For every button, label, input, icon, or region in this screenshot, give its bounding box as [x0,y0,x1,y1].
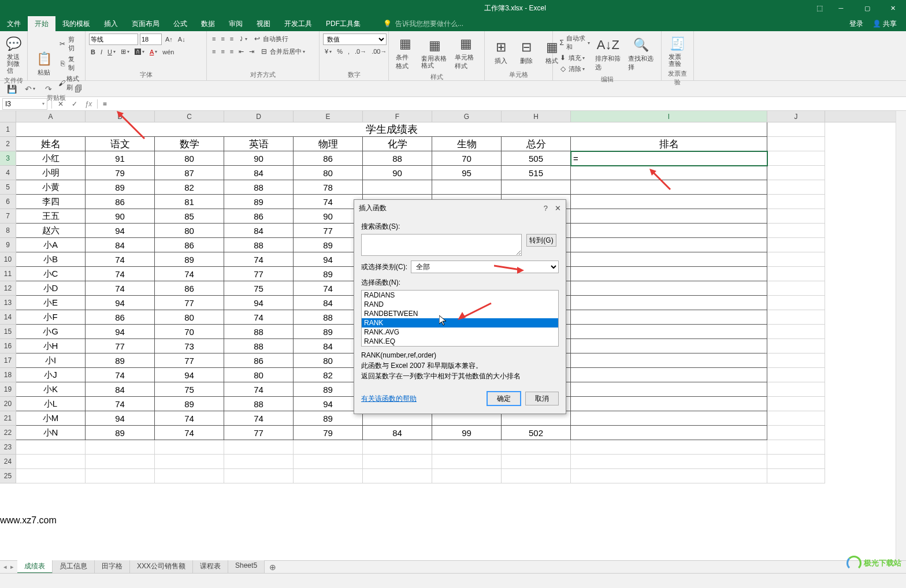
align-bottom-button[interactable]: ≡ [228,35,235,43]
cell[interactable]: 小G [16,325,86,339]
cell[interactable] [767,310,825,325]
font-color-button[interactable]: A▾ [148,48,159,56]
row-header[interactable]: 19 [0,382,16,397]
cell[interactable] [86,469,155,483]
align-right-button[interactable]: ≡ [228,47,235,55]
table-format-button[interactable]: ▦套用表格格式 [418,34,451,72]
sheet-nav-first[interactable]: ◂ [3,563,7,571]
row-header[interactable]: 16 [0,339,16,353]
cell[interactable]: 515 [502,166,571,180]
cell[interactable]: 86 [294,151,363,166]
cell[interactable] [224,469,294,483]
tab-review[interactable]: 审阅 [222,16,250,31]
undo-button[interactable]: ↶▾ [24,83,36,95]
cell[interactable]: 77 [155,296,224,310]
cell[interactable] [571,353,767,368]
row-header[interactable]: 17 [0,353,16,368]
category-select[interactable]: 全部 [411,260,559,273]
cell[interactable] [502,440,571,455]
cell[interactable] [571,382,767,397]
header-cell[interactable]: 数学 [155,137,224,151]
row-header[interactable]: 9 [0,238,16,252]
cell[interactable]: 89 [86,180,155,195]
cancel-formula-button[interactable]: ✕ [54,97,68,111]
cell[interactable]: 74 [155,411,224,426]
increase-indent-button[interactable]: ⇥ [247,47,256,56]
percent-button[interactable]: % [335,47,344,55]
cell[interactable]: 84 [294,296,363,310]
increase-decimal-button[interactable]: .0→ [353,47,368,55]
cell[interactable] [571,397,767,411]
tab-my-templates[interactable]: 我的模板 [55,16,97,31]
cell[interactable] [571,339,767,353]
column-header[interactable]: I [571,111,767,122]
cell[interactable]: 小L [16,397,86,411]
cell[interactable]: 88 [224,397,294,411]
cell[interactable]: 74 [294,281,363,296]
cell[interactable]: 89 [86,426,155,440]
cell[interactable] [571,325,767,339]
row-header[interactable]: 1 [0,122,16,137]
number-format-select[interactable]: 数值 [323,34,387,45]
tab-file[interactable]: 文件 [0,16,28,31]
vertical-scrollbar[interactable] [896,111,906,560]
decrease-decimal-button[interactable]: .00→ [370,47,388,55]
function-list-item[interactable]: RATE [362,346,558,347]
cell[interactable] [571,180,767,195]
conditional-format-button[interactable]: ▦条件格式 [392,34,418,72]
row-header[interactable]: 22 [0,426,16,440]
cell[interactable]: 90 [363,166,432,180]
cell[interactable]: 84 [224,166,294,180]
phonetic-button[interactable]: wén [161,48,176,56]
merge-center-button[interactable]: ⊟合并后居中▾ [258,46,307,57]
function-help-link[interactable]: 有关该函数的帮助 [361,394,417,404]
cell[interactable] [571,368,767,382]
clear-button[interactable]: ◇清除▾ [556,64,592,74]
cell[interactable]: 80 [155,151,224,166]
cell[interactable]: 80 [224,368,294,382]
cell[interactable]: 小J [16,368,86,382]
header-cell[interactable]: 生物 [432,137,502,151]
cell[interactable] [767,252,825,267]
cell[interactable]: 75 [224,281,294,296]
column-header[interactable]: G [432,111,502,122]
function-list-item[interactable]: RANK.AVG [362,328,558,337]
cell[interactable]: 74 [294,195,363,209]
name-box[interactable]: I3▾ [2,98,47,110]
function-list-item[interactable]: RANK [362,318,558,328]
cell[interactable] [571,224,767,238]
cell[interactable] [571,310,767,325]
cell[interactable] [767,151,825,166]
dialog-help-button[interactable]: ? [544,204,548,213]
invoice-verify-button[interactable]: 🧾发票查验 [665,34,690,68]
cell[interactable] [571,252,767,267]
cell[interactable] [363,469,432,483]
header-cell[interactable]: 姓名 [16,137,86,151]
cell[interactable]: = [571,151,767,166]
cell[interactable] [571,469,767,483]
align-middle-button[interactable]: ≡ [219,35,226,43]
cell[interactable]: 94 [294,397,363,411]
cell[interactable]: 李四 [16,195,86,209]
cell[interactable]: 87 [155,166,224,180]
cell[interactable]: 74 [224,411,294,426]
row-header[interactable]: 25 [0,469,16,483]
cell[interactable]: 小I [16,353,86,368]
cell[interactable] [767,339,825,353]
row-header[interactable]: 14 [0,310,16,325]
cell[interactable]: 89 [294,325,363,339]
cell[interactable]: 502 [502,426,571,440]
cell[interactable]: 78 [294,180,363,195]
cell[interactable]: 84 [86,238,155,252]
login-button[interactable]: 登录 [845,19,868,29]
cell[interactable]: 94 [86,296,155,310]
column-header[interactable]: A [16,111,86,122]
column-header[interactable]: F [363,111,432,122]
cell[interactable]: 小D [16,281,86,296]
cell[interactable] [432,440,502,455]
row-header[interactable]: 21 [0,411,16,426]
cell[interactable]: 90 [86,209,155,224]
row-header[interactable]: 11 [0,267,16,281]
cell[interactable] [294,469,363,483]
cell[interactable]: 王五 [16,209,86,224]
